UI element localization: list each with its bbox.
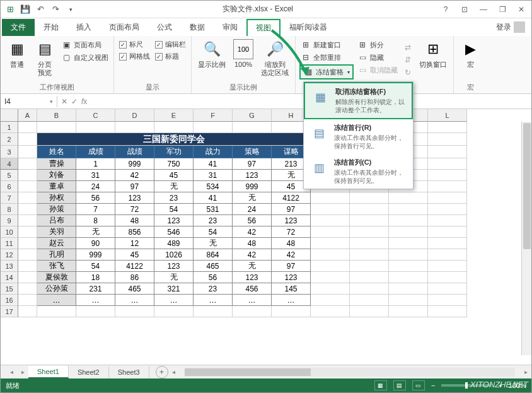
table-cell[interactable]: 12: [115, 238, 154, 249]
table-cell[interactable]: 张飞: [37, 261, 76, 272]
table-header-cell[interactable]: 策略: [233, 146, 272, 158]
column-header[interactable]: E: [154, 109, 194, 122]
formulabar-checkbox[interactable]: ✓编辑栏: [154, 39, 187, 50]
cell[interactable]: [389, 283, 428, 295]
newwindow-button[interactable]: ⊞新建窗口: [299, 39, 354, 50]
cell[interactable]: [311, 215, 350, 226]
cell[interactable]: [76, 306, 115, 317]
cell[interactable]: [18, 133, 37, 146]
row-header[interactable]: 6: [1, 181, 18, 192]
scroll-thumb[interactable]: [523, 123, 531, 249]
table-cell[interactable]: 无: [76, 226, 115, 238]
table-header-cell[interactable]: 成绩: [76, 146, 115, 158]
pagelayout-button[interactable]: ▣页面布局: [60, 39, 110, 50]
sync-button[interactable]: ⇄: [402, 42, 414, 53]
cell[interactable]: [389, 249, 428, 261]
table-cell[interactable]: 4122: [115, 261, 154, 272]
table-cell[interactable]: 无: [233, 261, 272, 272]
table-cell[interactable]: 无: [154, 181, 194, 192]
table-cell[interactable]: 90: [76, 238, 115, 249]
table-cell[interactable]: 吕布: [37, 215, 76, 226]
cell[interactable]: [272, 306, 311, 317]
name-box[interactable]: I4▾: [1, 96, 57, 107]
table-cell[interactable]: …: [272, 295, 311, 306]
tab-foxit[interactable]: 福昕阅读器: [280, 19, 336, 36]
row-header[interactable]: 17: [1, 306, 18, 317]
table-cell[interactable]: 45: [154, 170, 194, 181]
table-cell[interactable]: 531: [194, 204, 233, 215]
spreadsheet-grid[interactable]: ABCDEFGHIJKL 12三国新委同学会3姓名成绩战绩军功战力策略谋略4曹操…: [1, 109, 531, 358]
table-cell[interactable]: 72: [115, 204, 154, 215]
table-cell[interactable]: 123: [233, 272, 272, 283]
sheet-tab-2[interactable]: Sheet2: [69, 367, 109, 378]
table-cell[interactable]: 56: [76, 192, 115, 204]
pagelayout-view-icon[interactable]: ▤: [393, 380, 406, 390]
table-cell[interactable]: 31: [76, 170, 115, 181]
zoom-out-icon[interactable]: −: [431, 382, 435, 389]
table-cell[interactable]: …: [194, 295, 233, 306]
table-cell[interactable]: 54: [194, 226, 233, 238]
table-cell[interactable]: 24: [76, 181, 115, 192]
table-cell[interactable]: 董卓: [37, 181, 76, 192]
sheet-tab-3[interactable]: Sheet3: [109, 367, 149, 378]
table-cell[interactable]: 42: [233, 226, 272, 238]
cell[interactable]: [233, 122, 272, 133]
table-cell[interactable]: 23: [194, 283, 233, 295]
cell[interactable]: [350, 249, 389, 261]
unhide-button[interactable]: ▭取消隐藏: [356, 64, 399, 76]
cell[interactable]: [389, 192, 428, 204]
tab-formula[interactable]: 公式: [148, 19, 181, 36]
table-cell[interactable]: 41: [194, 192, 233, 204]
cell[interactable]: [428, 215, 467, 226]
row-header[interactable]: 10: [1, 226, 18, 238]
table-cell[interactable]: 54: [154, 204, 194, 215]
table-cell[interactable]: 48: [272, 238, 311, 249]
cell[interactable]: [37, 306, 76, 317]
cell[interactable]: [194, 122, 233, 133]
zoomselection-button[interactable]: 🔎缩放到 选定区域: [258, 38, 291, 78]
unfreeze-panes-item[interactable]: ▦ 取消冻结窗格(F) 解除所有行和列锁定，以滚动整个工作表。: [304, 82, 413, 119]
normal-view-button[interactable]: ▦普通: [4, 38, 30, 70]
row-header[interactable]: 4: [1, 158, 18, 170]
gridlines-checkbox[interactable]: ✓网格线: [118, 51, 151, 62]
cell[interactable]: [428, 283, 467, 295]
table-cell[interactable]: 86: [115, 272, 154, 283]
cell[interactable]: [350, 272, 389, 283]
cell[interactable]: [311, 295, 350, 306]
table-cell[interactable]: 97: [233, 158, 272, 170]
zoom-in-icon[interactable]: +: [498, 382, 502, 389]
formula-bar[interactable]: ✕ ✓ fx: [57, 97, 91, 106]
column-header[interactable]: L: [428, 109, 467, 122]
cell[interactable]: [18, 181, 37, 192]
help-icon[interactable]: ?: [438, 3, 453, 16]
table-cell[interactable]: 41: [194, 158, 233, 170]
switchwindow-button[interactable]: ⊞切换窗口: [417, 38, 449, 70]
cell[interactable]: [18, 226, 37, 238]
cell[interactable]: [311, 249, 350, 261]
cancel-icon[interactable]: ✕: [61, 97, 67, 106]
table-header-cell[interactable]: 姓名: [37, 146, 76, 158]
horizontal-scrollbar[interactable]: [185, 368, 515, 377]
minimize-icon[interactable]: —: [476, 3, 491, 16]
cell[interactable]: [115, 122, 154, 133]
cell[interactable]: [18, 215, 37, 226]
customview-button[interactable]: ▢自定义视图: [60, 52, 110, 63]
tab-data[interactable]: 数据: [181, 19, 214, 36]
cell[interactable]: [428, 181, 467, 192]
cell[interactable]: [389, 204, 428, 215]
zoom-slider[interactable]: [441, 384, 492, 387]
cell[interactable]: [389, 306, 428, 317]
cell[interactable]: [37, 122, 76, 133]
table-cell[interactable]: 1026: [154, 249, 194, 261]
row-header[interactable]: 12: [1, 249, 18, 261]
cell[interactable]: [18, 146, 37, 158]
table-cell[interactable]: 999: [233, 181, 272, 192]
freeze-first-col-item[interactable]: ▥ 冻结首列(C) 滚动工作表其余部分时，保持首列可见。: [304, 154, 413, 189]
cell[interactable]: [18, 295, 37, 306]
table-cell[interactable]: 孔明: [37, 249, 76, 261]
table-cell[interactable]: 23: [194, 215, 233, 226]
hide-button[interactable]: ▭隐藏: [356, 52, 399, 63]
ribbon-options-icon[interactable]: ⊡: [457, 3, 472, 16]
table-cell[interactable]: 231: [76, 283, 115, 295]
cell[interactable]: [350, 226, 389, 238]
